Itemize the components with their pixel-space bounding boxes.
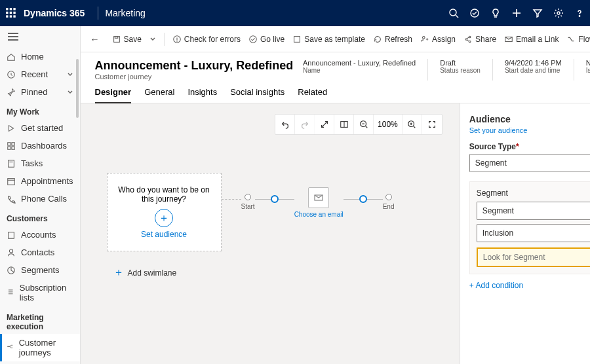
nav-appointments[interactable]: Appointments	[0, 172, 80, 190]
meta-name-label: Name	[303, 67, 416, 74]
assign-button[interactable]: Assign	[420, 35, 456, 44]
start-label: Start	[241, 203, 255, 210]
set-audience-hint[interactable]: Set your audience	[469, 126, 590, 134]
nav-contacts[interactable]: Contacts	[0, 244, 80, 261]
refresh-button[interactable]: Refresh	[373, 35, 412, 44]
fit-button[interactable]	[315, 115, 334, 134]
filter-icon[interactable]	[532, 8, 543, 18]
email-link-button[interactable]: Email a Link	[504, 35, 559, 44]
add-audience-icon[interactable]: ＋	[155, 209, 173, 227]
add-condition-link[interactable]: + Add condition	[469, 281, 523, 290]
nav-subscription-lists[interactable]: Subscription lists	[0, 279, 80, 306]
nav-label: Contacts	[21, 247, 54, 257]
play-icon	[7, 124, 16, 133]
svg-point-43	[250, 35, 257, 43]
audience-card[interactable]: Who do you want to be on this journey? ＋…	[107, 173, 222, 251]
nav-label: Recent	[21, 69, 48, 79]
panel-title: Audience	[469, 114, 511, 124]
journey-canvas[interactable]: 100% Who do you want to be on this journ…	[81, 103, 460, 364]
plus-icon[interactable]	[511, 8, 522, 18]
brand-label[interactable]: Dynamics 365	[24, 8, 85, 18]
nav-tasks[interactable]: Tasks	[0, 155, 80, 172]
add-swimlane-button[interactable]: ＋ Add swimlane	[113, 266, 177, 280]
module-label[interactable]: Marketing	[105, 8, 145, 18]
undo-button[interactable]	[275, 115, 295, 134]
nav-pinned[interactable]: Pinned	[0, 83, 80, 101]
save-button[interactable]: Save	[112, 35, 142, 44]
segment-search	[477, 247, 590, 267]
add-node-left[interactable]	[271, 195, 279, 203]
source-type-value: Segment	[475, 158, 507, 168]
nav-marketing-emails[interactable]: Marketing emails	[0, 361, 80, 364]
tab-social-insights[interactable]: Social insights	[230, 87, 285, 103]
list-icon	[7, 288, 14, 297]
nav-accounts[interactable]: Accounts	[0, 226, 80, 244]
record-header: Announcement - Luxury, Redefined Custome…	[81, 52, 591, 81]
inclusion-select[interactable]: Inclusion ▾	[477, 224, 590, 242]
nav-recent[interactable]: Recent	[0, 65, 80, 83]
svg-rect-44	[294, 36, 300, 42]
pin-icon	[7, 88, 16, 97]
svg-rect-7	[10, 15, 12, 17]
redo-button[interactable]	[295, 115, 315, 134]
go-live-button[interactable]: Go live	[248, 35, 285, 44]
nav-label: Appointments	[21, 176, 73, 186]
zoom-in-button[interactable]	[403, 115, 422, 134]
refresh-label: Refresh	[385, 35, 412, 44]
plus-icon: ＋	[113, 266, 124, 280]
nav-dashboards[interactable]: Dashboards	[0, 137, 80, 155]
nav-get-started[interactable]: Get started	[0, 119, 80, 137]
nav-home[interactable]: Home	[0, 48, 80, 65]
end-node[interactable]	[385, 194, 392, 200]
bulb-icon[interactable]	[490, 8, 501, 18]
svg-point-46	[469, 36, 471, 38]
minimap-button[interactable]	[334, 115, 354, 134]
contact-icon	[7, 248, 16, 257]
golive-label: Go live	[260, 35, 285, 44]
zoom-out-button[interactable]	[354, 115, 374, 134]
segment-type-select[interactable]: Segment ▾	[477, 202, 590, 220]
nav-segments[interactable]: Segments	[0, 261, 80, 279]
assign-label: Assign	[432, 35, 456, 44]
tab-insights[interactable]: Insights	[187, 87, 217, 103]
tab-related[interactable]: Related	[298, 87, 327, 103]
tab-designer[interactable]: Designer	[95, 87, 132, 103]
search-icon[interactable]	[448, 8, 459, 18]
journey-flow: Who do you want to be on this journey? ＋…	[107, 173, 446, 251]
source-type-select[interactable]: Segment ▾	[469, 154, 590, 172]
tab-general[interactable]: General	[144, 87, 174, 103]
start-node[interactable]	[245, 194, 251, 200]
help-icon[interactable]	[574, 8, 585, 18]
save-dropdown[interactable]	[149, 36, 156, 43]
app-launcher-icon[interactable]	[5, 7, 17, 19]
svg-rect-1	[10, 8, 12, 10]
global-topbar: Dynamics 365 Marketing	[0, 0, 590, 26]
hamburger-icon[interactable]	[0, 26, 80, 48]
sidebar-scrollbar[interactable]	[76, 59, 79, 118]
nav-header-mywork: My Work	[0, 101, 80, 119]
choose-email-link[interactable]: Choose an email	[294, 211, 344, 218]
save-template-button[interactable]: Save as template	[292, 35, 365, 44]
connector	[255, 199, 271, 200]
zoom-level: 100%	[374, 115, 403, 134]
add-node-right[interactable]	[359, 195, 367, 203]
nav-label: Accounts	[21, 230, 56, 240]
settings-icon[interactable]	[553, 8, 564, 18]
nav-label: Pinned	[21, 87, 47, 97]
email-node[interactable]	[308, 187, 329, 208]
check-errors-button[interactable]: Check for errors	[172, 35, 241, 44]
nav-phone-calls[interactable]: Phone Calls	[0, 190, 80, 208]
share-label: Share	[475, 35, 496, 44]
nav-customer-journeys[interactable]: Customer journeys	[0, 334, 80, 361]
share-button[interactable]: Share	[463, 35, 496, 44]
flow-button[interactable]: Flow	[566, 35, 590, 44]
svg-point-15	[557, 12, 560, 14]
back-button[interactable]: ←	[86, 34, 104, 45]
end-label: End	[383, 203, 395, 210]
svg-rect-22	[12, 142, 14, 145]
email-label: Email a Link	[516, 35, 559, 44]
assistant-icon[interactable]	[469, 8, 480, 18]
fullscreen-button[interactable]	[422, 115, 442, 134]
segment-search-input[interactable]	[478, 249, 590, 266]
set-audience-link[interactable]: Set audience	[141, 230, 187, 239]
